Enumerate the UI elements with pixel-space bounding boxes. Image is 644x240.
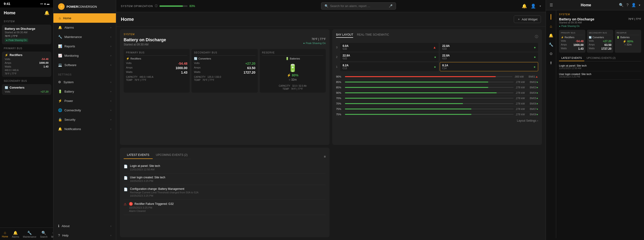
sidebar-help-label: Help xyxy=(62,234,68,237)
alarms-nav-icon: 🔔 xyxy=(58,26,62,29)
mp2-user-icon[interactable]: 👤 xyxy=(631,3,636,7)
mp2-header-actions: 🔍 ? 👤 ▾ xyxy=(619,3,640,7)
sidebar-item-reports[interactable]: 📊 Reports › xyxy=(54,42,116,51)
system-settings-icon: ⚙ xyxy=(58,80,61,84)
desktop-sidebar: ⚡ POWERCONVERSION ⌂ Home 🔔 Alarms › 🔧 Ma… xyxy=(54,0,116,240)
mp2-events-tabs: LATEST EVENTS UPCOMING EVENTS (2) xyxy=(559,55,641,61)
mp2-reserve-header: RESERVE xyxy=(616,32,639,35)
logo-icon: ⚡ xyxy=(58,3,65,10)
about-nav-icon: ℹ xyxy=(58,224,59,228)
hamburger-icon[interactable]: ☰ xyxy=(550,3,553,7)
bay-row-label-3: 3 xyxy=(336,46,339,49)
sidebar-item-about[interactable]: ℹ About › xyxy=(54,221,116,231)
mp2-home-icon[interactable]: ⌂ xyxy=(550,24,552,29)
G33-status-icon: ● xyxy=(534,46,536,49)
mobile-nav-maintenance-label: Maintenance xyxy=(23,235,36,238)
mobile-bell-icon: 🔔 xyxy=(44,10,50,16)
mp2-event-1: Login at panel: Site tech 11/01/2023 12:… xyxy=(559,63,641,71)
sidebar-item-power[interactable]: ⚡ Power › xyxy=(54,96,116,105)
mobile-peak-badge: ● Peak Shaving On xyxy=(5,39,28,42)
sidebar-item-security[interactable]: 🔒 Security › xyxy=(54,115,116,124)
mobile-nav-search[interactable]: 🔍 Search xyxy=(38,230,50,239)
notification-bell-icon[interactable]: 🔔 xyxy=(522,4,527,9)
sidebar-item-help[interactable]: ? Help › xyxy=(54,231,116,240)
optimization-label: SYSTEM OPIMIZATION xyxy=(121,5,153,8)
mobile-peak-label: Peak Shaving On xyxy=(8,39,27,42)
converters-icon: 🔄 xyxy=(5,86,8,89)
dashboard-grid: SYSTEM Battery on Discharge Started at 0… xyxy=(116,27,546,240)
page-title: Home xyxy=(121,17,134,22)
event-item-1: 📄 Login at panel: Site tech 11/01/2023 1… xyxy=(124,162,326,173)
mobile-nav-alarms[interactable]: 🔔 Alarms xyxy=(10,230,21,239)
battery-device-icon: 🔋 xyxy=(286,57,289,60)
notifications-nav-icon: 🔔 xyxy=(58,127,62,131)
bay-layout-tab[interactable]: BAY LAYOUT xyxy=(336,33,353,38)
sidebar-item-monitoring[interactable]: 📈 Monitoring › xyxy=(54,51,116,60)
sidebar-item-notifications[interactable]: 🔔 Notifications › xyxy=(54,124,116,134)
mp2-help-icon[interactable]: ? xyxy=(626,3,628,7)
mobile-nav-alarms-label: Alarms xyxy=(12,235,19,238)
event-desc-3: Recharge Current Limit Threshold changed… xyxy=(130,191,198,194)
mp2-latest-events-tab[interactable]: LATEST EVENTS xyxy=(559,55,584,61)
primary-watts: 1.43 xyxy=(181,71,187,74)
mobile-nav-maintenance[interactable]: 🔧 Maintenance xyxy=(21,230,38,239)
bus-grid: PRIMARY BUS ⚡ Rectifiers Volts -54.48 Am… xyxy=(124,49,326,93)
sidebar-monitoring-label: Monitoring xyxy=(64,54,79,57)
search-icon: 🔍 xyxy=(42,231,46,235)
mp2-bell-icon[interactable]: 🔔 xyxy=(549,33,553,38)
sidebar-about-label: About xyxy=(62,224,70,228)
add-widget-button[interactable]: ＋ Add Widget xyxy=(514,16,541,23)
mp2-peak-dot: ● xyxy=(559,25,560,28)
sidebar-item-software[interactable]: 💻 Software › xyxy=(54,60,116,70)
sidebar-alarms-label: Alarms xyxy=(64,26,74,29)
mp2-search-icon[interactable]: 🔍 xyxy=(619,3,624,7)
mobile-nav-home-label: Home xyxy=(2,235,8,238)
mp2-wrench-icon[interactable]: 🔧 xyxy=(549,43,553,47)
mp2-peak-label: Peak Shaving On xyxy=(561,25,580,28)
mp2-gear-icon[interactable]: ⚙ xyxy=(550,52,553,56)
search-input[interactable] xyxy=(330,4,387,8)
battery-percent-display: ⚡ 80% xyxy=(287,73,298,77)
user-avatar-icon[interactable]: 👤 xyxy=(531,4,536,9)
plus-icon: ＋ xyxy=(517,17,520,21)
search-bar[interactable]: 🔍 🎤 xyxy=(321,2,396,10)
secondary-bus-block: SECONDARY BUS 🔄 Converters Volts +27.20 … xyxy=(192,49,258,93)
event-title-4: 1 Rectifier Failure Triggered: G32 xyxy=(129,202,174,206)
mobile-secondary-label: SECONDARY BUS xyxy=(0,78,53,83)
page-header: Home ＋ Add Widget xyxy=(116,12,546,27)
secondary-device-name: Converters xyxy=(198,57,211,60)
layout-settings-link[interactable]: Layout Settings › xyxy=(336,117,538,122)
sidebar-item-alarms[interactable]: 🔔 Alarms › xyxy=(54,23,116,32)
sidebar-item-battery[interactable]: 🔋 Battery › xyxy=(54,87,116,96)
realtime-schematic-tab[interactable]: REAL-TIME SCHEMATIC xyxy=(357,33,389,38)
monitoring-nav-icon: 📈 xyxy=(58,54,62,57)
mp2-upcoming-events-tab[interactable]: UPCOMING EVENTS (2) xyxy=(584,55,618,61)
info-icon: ⓘ xyxy=(155,4,158,8)
event-item-4: ⚠ 1 Rectifier Failure Triggered: G32 10/… xyxy=(124,200,326,215)
mp2-mini-nav: ⌂ 🔔 🔧 ⚙ ⬆ xyxy=(546,10,556,238)
upcoming-events-tab[interactable]: UPCOMING EVENTS (2) xyxy=(153,151,191,159)
mp2-reserve-percent: ⚡ 80% xyxy=(616,40,639,43)
primary-temp: TEMP 76°F | 77°F xyxy=(126,79,187,81)
events-filter-button[interactable]: ≡ xyxy=(324,155,326,158)
chevron-right-icon-10: › xyxy=(110,118,111,121)
mp2-rectifier-icon: ⚡ xyxy=(561,36,564,39)
clock-icon: ○ xyxy=(289,78,290,81)
primary-bus-device: ⚡ Rectifiers xyxy=(126,57,187,60)
system-optimization: SYSTEM OPIMIZATION ⓘ 83% xyxy=(121,4,195,8)
mp2-share-icon[interactable]: ⬆ xyxy=(550,61,552,65)
mp2-header: ☰ Home 🔍 ? 👤 ▾ xyxy=(546,0,644,10)
sidebar-item-maintenance[interactable]: 🔧 Maintenance › xyxy=(54,32,116,42)
reserve-device-name: Batteries xyxy=(290,57,300,60)
mp2-primary-volts: -54.48 xyxy=(576,40,584,43)
sidebar-item-connectivity[interactable]: 🌐 Connectivity › xyxy=(54,105,116,115)
search-icon: 🔍 xyxy=(324,4,328,8)
mobile-nav-home[interactable]: ⌂ Home xyxy=(0,230,10,239)
latest-events-tab[interactable]: LATEST EVENTS xyxy=(124,151,153,159)
battery-visual: 🔋 ⚡ 80% ○ 32m xyxy=(287,64,298,81)
rectifier-device-icon: ⚡ xyxy=(126,57,130,60)
sidebar-item-system-settings[interactable]: ⚙ System › xyxy=(54,77,116,87)
progress-fill xyxy=(160,6,183,7)
sidebar-item-home[interactable]: ⌂ Home xyxy=(54,13,116,23)
chevron-right-icon-6: › xyxy=(110,81,111,83)
